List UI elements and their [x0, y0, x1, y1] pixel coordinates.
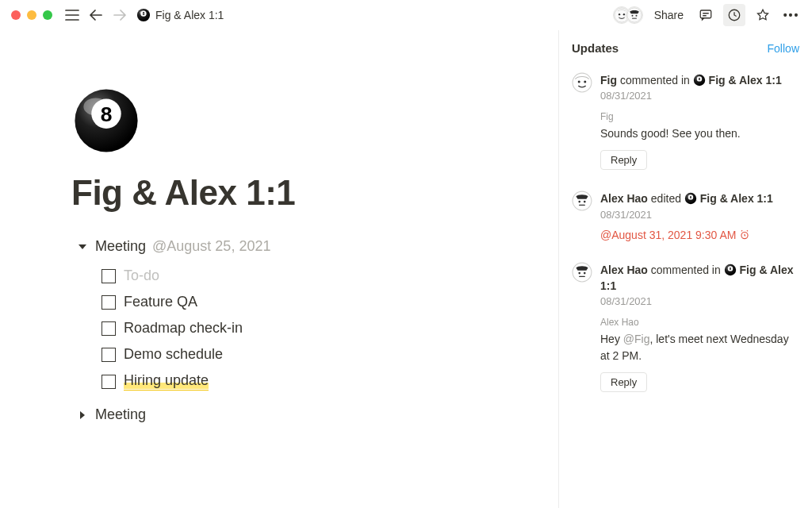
page-icon[interactable]: 8: [71, 86, 527, 159]
update-date: 08/31/2021: [600, 295, 799, 307]
minimize-window-button[interactable]: [27, 10, 36, 20]
caret-right-icon: [76, 410, 89, 420]
svg-point-17: [578, 80, 580, 83]
updates-list: Fig commented in 8 Fig & Alex 1:1 08/31/…: [559, 63, 812, 403]
update-headline: Alex Hao edited 8 Fig & Alex 1:1: [600, 190, 799, 206]
update-body: Alex Hao Hey @Fig, let's meet next Wedne…: [600, 315, 799, 364]
clock-alert-icon: [739, 229, 750, 241]
todo-item[interactable]: Feature QA: [102, 289, 527, 315]
svg-point-9: [635, 15, 637, 17]
maximize-window-button[interactable]: [43, 10, 52, 20]
svg-point-22: [573, 191, 592, 210]
presence-avatars[interactable]: [613, 6, 643, 24]
todo-item[interactable]: To-do: [102, 263, 527, 289]
follow-button[interactable]: Follow: [768, 42, 799, 55]
checkbox[interactable]: [102, 348, 116, 362]
favorite-icon[interactable]: [752, 4, 774, 26]
svg-point-31: [584, 271, 586, 274]
caret-down-icon: [76, 242, 89, 252]
forward-button[interactable]: [111, 6, 128, 24]
toggle-label: Meeting: [95, 406, 146, 423]
todo-item[interactable]: Roadmap check-in: [102, 315, 527, 341]
eight-ball-icon: 8: [71, 86, 141, 156]
svg-point-30: [578, 271, 580, 274]
close-window-button[interactable]: [11, 10, 21, 20]
comment-text: Hey @Fig, let's meet next Wednesday at 2…: [600, 331, 799, 364]
avatar-fig: [572, 72, 592, 93]
update-item: Alex Hao edited 8 Fig & Alex 1:1 08/31/2…: [559, 181, 812, 252]
svg-point-16: [573, 73, 592, 92]
checkbox[interactable]: [102, 295, 116, 310]
reply-button[interactable]: Reply: [600, 372, 647, 392]
more-icon[interactable]: •••: [780, 4, 802, 26]
svg-point-6: [622, 13, 624, 15]
eight-ball-icon: 8: [684, 192, 697, 205]
avatar-alex: [572, 262, 592, 283]
window-controls: [11, 10, 52, 20]
reminder-mention[interactable]: @August 31, 2021 9:30 AM: [600, 229, 799, 241]
eight-ball-icon: 8: [724, 264, 737, 276]
update-headline: Alex Hao commented in 8 Fig & Alex 1:1: [600, 262, 799, 294]
todo-item[interactable]: Hiring update: [102, 368, 527, 395]
svg-point-18: [584, 80, 586, 83]
share-button[interactable]: Share: [649, 7, 688, 23]
svg-point-8: [631, 15, 633, 17]
update-body: Fig Sounds good! See you then.: [600, 110, 799, 142]
date-mention[interactable]: @August 25, 2021: [152, 238, 270, 255]
svg-point-24: [584, 201, 586, 203]
comment-prefix: Hey: [600, 333, 623, 345]
update-action: edited: [651, 192, 681, 205]
update-action: commented in: [651, 264, 721, 276]
content-split: 8 Fig & Alex 1:1 Meeting @August 25, 202…: [0, 30, 812, 508]
svg-rect-10: [700, 10, 711, 18]
topbar-actions: Share •••: [613, 4, 802, 26]
menu-icon[interactable]: [63, 6, 81, 24]
svg-point-29: [573, 263, 592, 282]
toggle-label: Meeting: [95, 238, 146, 255]
update-actor: Fig: [600, 74, 617, 87]
update-date: 08/31/2021: [600, 90, 799, 102]
eight-ball-icon: 8: [136, 8, 151, 22]
svg-point-7: [626, 8, 641, 22]
update-actor: Alex Hao: [600, 192, 648, 205]
todo-text: Hiring update: [124, 372, 209, 391]
update-page-ref[interactable]: Fig & Alex 1:1: [709, 74, 782, 87]
avatar-alex: [572, 190, 592, 211]
update-date: 08/31/2021: [600, 209, 799, 221]
todo-list: To-do Feature QA Roadmap check-in Demo s…: [102, 263, 527, 395]
update-action: commented in: [620, 74, 690, 87]
comment-author: Alex Hao: [600, 315, 799, 329]
comments-icon[interactable]: [695, 4, 717, 26]
todo-text: To-do: [124, 267, 159, 284]
page-title[interactable]: Fig & Alex 1:1: [71, 173, 527, 213]
updates-header: Updates Follow: [559, 30, 812, 63]
mention[interactable]: @Fig: [623, 333, 650, 345]
updates-panel: Updates Follow Fig commented in 8 Fig & …: [558, 30, 812, 508]
toggle-meeting-1[interactable]: Meeting @August 25, 2021: [76, 235, 527, 258]
update-actor: Alex Hao: [600, 264, 648, 276]
eight-ball-icon: 8: [693, 74, 706, 87]
checkbox[interactable]: [102, 375, 116, 389]
todo-item[interactable]: Demo schedule: [102, 341, 527, 368]
topbar: 8 Fig & Alex 1:1 Share •••: [0, 0, 812, 30]
todo-text: Roadmap check-in: [124, 320, 243, 337]
svg-point-5: [619, 13, 620, 15]
comment-author: Fig: [600, 110, 799, 124]
reply-button[interactable]: Reply: [600, 150, 647, 170]
update-item: Fig commented in 8 Fig & Alex 1:1 08/31/…: [559, 63, 812, 181]
checkbox[interactable]: [102, 321, 116, 336]
toggle-meeting-2[interactable]: Meeting: [76, 403, 527, 426]
reminder-text: @August 31, 2021 9:30 AM: [600, 229, 736, 241]
updates-title: Updates: [572, 41, 619, 55]
todo-text: Feature QA: [124, 294, 197, 310]
checkbox[interactable]: [102, 269, 116, 283]
updates-icon[interactable]: [723, 4, 745, 26]
page-blocks: Meeting @August 25, 2021 To-do Feature Q…: [76, 235, 527, 426]
update-headline: Fig commented in 8 Fig & Alex 1:1: [600, 72, 799, 88]
back-button[interactable]: [87, 6, 105, 24]
breadcrumb[interactable]: 8 Fig & Alex 1:1: [136, 8, 224, 22]
update-page-ref[interactable]: Fig & Alex 1:1: [700, 192, 773, 205]
breadcrumb-title: Fig & Alex 1:1: [155, 9, 224, 21]
avatar-alex: [626, 6, 643, 24]
main-content: 8 Fig & Alex 1:1 Meeting @August 25, 202…: [0, 30, 558, 508]
